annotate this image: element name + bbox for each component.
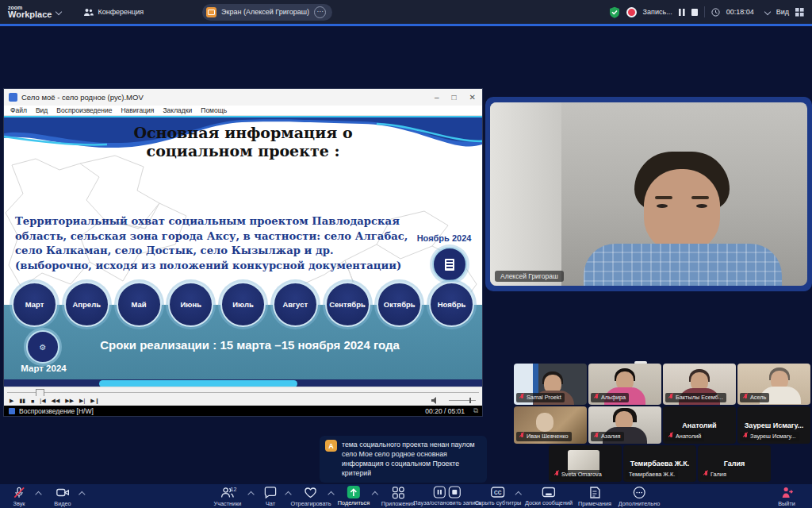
stop-button[interactable]: ■: [31, 398, 34, 404]
more-ellipsis-icon: [633, 486, 646, 499]
svg-text:CC: CC: [494, 490, 502, 495]
camera-icon: [56, 486, 70, 499]
tab-conference[interactable]: Конференция: [83, 8, 144, 17]
muted-mic-icon: [703, 471, 708, 478]
participant-tile[interactable]: Темирбаева Ж.К. Темирбаева Ж.К.: [623, 445, 696, 482]
chat-button[interactable]: Чат: [264, 486, 278, 507]
audio-options-caret[interactable]: [35, 491, 41, 498]
view-label[interactable]: Вид: [776, 8, 789, 16]
player-status-bar: Воспроизведение [H/W] 00:20 / 05:01 ⧉: [4, 406, 482, 416]
chevron-down-icon[interactable]: [764, 9, 770, 15]
more-button[interactable]: Дополнительно: [619, 486, 661, 507]
apps-button[interactable]: Приложения: [381, 486, 416, 507]
forward-button[interactable]: ▶▶: [65, 398, 74, 404]
seek-track: [7, 392, 479, 393]
muted-mic-icon: [668, 394, 673, 401]
player-title-bar[interactable]: Село моё - село родное (рус).MOV – □ ✕: [4, 89, 482, 106]
tab-options-icon[interactable]: ⋯: [314, 6, 326, 18]
participant-tile[interactable]: Зауреш Исмагу... Зауреш Исмагу...: [737, 406, 810, 444]
month-circle: Август: [273, 282, 318, 327]
month-circle: Июль: [220, 282, 266, 327]
participant-name-centered: Зауреш Исмагу...: [737, 421, 810, 429]
participant-name: Асель: [750, 394, 766, 401]
playback-status-icon: [9, 408, 15, 414]
video-button[interactable]: Видео: [54, 486, 71, 507]
participant-tile[interactable]: Альфира: [588, 364, 661, 405]
playback-time: 00:20 / 05:01: [425, 407, 465, 415]
leave-button[interactable]: Выйти: [778, 486, 795, 507]
minimize-button[interactable]: –: [435, 93, 439, 102]
audio-button[interactable]: Звук: [13, 486, 26, 507]
participants-count: 12: [230, 487, 236, 492]
pause-stop-recording-button[interactable]: Пауза/остановить запись: [413, 486, 481, 506]
participant-name: Бактылы Есемб...: [676, 394, 723, 401]
tab-screen-share[interactable]: Экран (Алексей Григораш) ⋯: [202, 4, 332, 21]
participants-options-caret[interactable]: [247, 491, 254, 498]
conference-label: Конференция: [98, 8, 144, 16]
whiteboards-button[interactable]: Доски сообщений: [525, 486, 573, 506]
participant-tile[interactable]: Иван Шевченко: [514, 406, 587, 444]
active-speaker-frame: Алексей Григораш: [485, 97, 812, 291]
zoom-workplace-logo[interactable]: zoom Workplace: [8, 5, 52, 19]
view-grid-icon[interactable]: [795, 8, 804, 17]
muted-mic-icon: [668, 433, 673, 440]
muted-mic-icon: [519, 433, 524, 440]
frame-step-button[interactable]: ▶❙: [90, 398, 99, 404]
security-shield-icon[interactable]: [609, 6, 620, 18]
playback-status-text: Воспроизведение [H/W]: [19, 407, 94, 415]
play-button[interactable]: ▶: [10, 398, 13, 404]
menu-navigation[interactable]: Навигация: [121, 106, 154, 114]
active-speaker-video[interactable]: Алексей Григораш: [490, 102, 807, 286]
captions-button[interactable]: CC Скрыть субтитры: [475, 486, 522, 506]
participants-button[interactable]: 12 Участники: [214, 486, 242, 507]
participant-name: Зауреш Исмагу...: [750, 433, 796, 440]
notes-button[interactable]: Примечания: [578, 486, 611, 507]
slide-body-text: Территориальный охват социальным проекто…: [15, 214, 417, 274]
react-button[interactable]: Отреагировать: [291, 486, 331, 507]
heart-icon: [304, 486, 318, 499]
react-options-caret[interactable]: [327, 491, 334, 498]
participant-tile[interactable]: Sveta Omarova: [549, 445, 622, 482]
close-button[interactable]: ✕: [469, 93, 476, 102]
timeline-caption: Сроки реализации : 15 марта –15 ноября 2…: [91, 338, 408, 352]
chevron-down-icon[interactable]: [56, 9, 62, 15]
participant-name: Анатолий: [676, 433, 701, 440]
participant-tile[interactable]: Асель: [737, 364, 810, 405]
skip-start-button[interactable]: |◀: [40, 398, 45, 404]
screen-share-icon: [206, 7, 216, 17]
share-options-caret[interactable]: [372, 491, 378, 498]
volume-slider[interactable]: [449, 400, 476, 401]
caption-avatar: А: [325, 440, 337, 452]
video-options-caret[interactable]: [79, 491, 85, 498]
participant-tile[interactable]: Бактылы Есемб...: [663, 364, 736, 405]
skip-end-button[interactable]: ▶|: [79, 398, 85, 404]
muted-mic-icon: [594, 433, 599, 440]
menu-view[interactable]: Вид: [36, 106, 48, 114]
menu-file[interactable]: Файл: [10, 106, 27, 114]
slide-heading: Основная информация о социальном проекте…: [4, 124, 482, 160]
menu-playback[interactable]: Воспроизведение: [56, 106, 112, 114]
stop-record-icon: [448, 486, 461, 498]
month-circle: Сентябрь: [325, 282, 370, 327]
participant-name: Азалия: [601, 433, 621, 440]
muted-mic-icon: [743, 433, 748, 440]
captions-options-caret[interactable]: [515, 491, 521, 498]
volume-icon[interactable]: [431, 397, 439, 404]
participant-tile[interactable]: Галия Галия: [698, 445, 771, 482]
rewind-button[interactable]: ◀◀: [52, 398, 60, 404]
participant-name: Иван Шевченко: [527, 433, 569, 440]
participant-tile[interactable]: Азалия: [588, 406, 661, 444]
chat-icon: [264, 486, 278, 499]
pause-recording-icon[interactable]: [679, 9, 685, 16]
stop-recording-icon[interactable]: [691, 9, 698, 16]
participant-tile[interactable]: Анатолий Анатолий: [663, 406, 736, 444]
menu-help[interactable]: Помощь: [201, 106, 227, 114]
november-milestone-icon: [432, 247, 467, 282]
maximize-button[interactable]: □: [452, 93, 457, 102]
menu-bookmarks[interactable]: Закладки: [163, 106, 192, 114]
participant-name: Альфира: [601, 394, 626, 401]
pause-button[interactable]: ▮▮: [19, 398, 25, 404]
participant-tile[interactable]: Samal Proekt: [514, 364, 587, 405]
muted-mic-icon: [554, 471, 559, 478]
share-button[interactable]: Поделиться: [338, 486, 370, 506]
